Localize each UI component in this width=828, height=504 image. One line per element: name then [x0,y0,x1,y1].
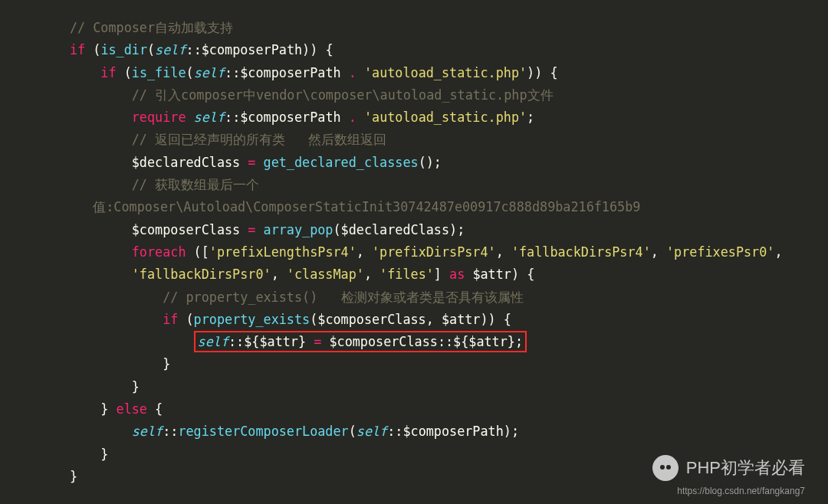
watermark-url: https://blog.csdn.net/fangkang7 [677,486,805,496]
code-line: self::${$attr} = $composerClass::${$attr… [0,334,527,349]
code-line: } [0,469,77,484]
code-line: } [0,447,108,462]
code-line: if (property_exists($composerClass, $att… [0,312,511,327]
code-line: foreach (['prefixLengthsPsr4', 'prefixDi… [0,244,783,260]
code-line: // 获取数组最后一个 [0,177,259,192]
code-line: // 返回已经声明的所有类 然后数组返回 [0,132,386,147]
wechat-icon [652,455,678,481]
code-line: // property_exists() 检测对象或者类是否具有该属性 [0,290,524,305]
comment: // property_exists() 检测对象或者类是否具有该属性 [163,290,523,305]
code-line: } [0,356,170,371]
code-line: 'fallbackDirsPsr0', 'classMap', 'files']… [0,267,534,282]
watermark: PHP初学者必看 [652,455,805,481]
comment: 值:Composer\Autoload\ComposerStaticInit30… [93,199,640,214]
highlighted-line: self::${$attr} = $composerClass::${$attr… [194,331,527,352]
comment: // Composer自动加载支持 [70,20,233,35]
code-line: } else { [0,401,163,417]
code-line: // Composer自动加载支持 [0,20,233,35]
code-line: require self::$composerPath . 'autoload_… [0,110,534,125]
code-line: if (is_file(self::$composerPath . 'autol… [0,65,558,80]
code-line: $composerClass = array_pop($declaredClas… [0,222,465,237]
comment: // 引入composer中vendor\composer\autoload_s… [132,87,554,103]
code-line: } [0,379,140,394]
code-line: $declaredClass = get_declared_classes(); [0,155,442,170]
code-line: self::registerComposerLoader(self::$comp… [0,424,519,439]
code-line: 值:Composer\Autoload\ComposerStaticInit30… [0,199,640,214]
comment: // 获取数组最后一个 [132,177,259,192]
watermark-text: PHP初学者必看 [686,457,805,479]
code-line: if (is_dir(self::$composerPath)) { [0,42,334,57]
code-line: // 引入composer中vendor\composer\autoload_s… [0,87,554,103]
comment: // 返回已经声明的所有类 然后数组返回 [132,132,387,147]
code-block: // Composer自动加载支持 if (is_dir(self::$comp… [0,0,828,488]
